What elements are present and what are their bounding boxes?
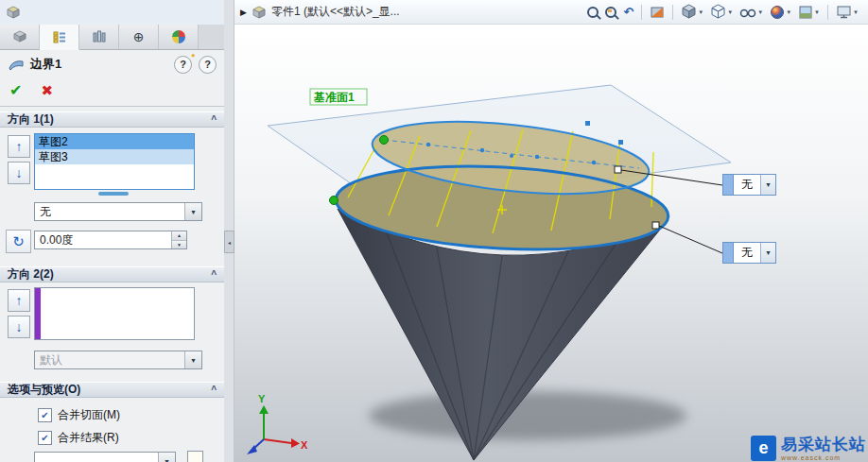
down-arrow-icon: ↓: [16, 319, 23, 334]
merge-tangent-faces-checkbox[interactable]: ✔ 合并切面(M): [38, 407, 120, 423]
merge-result-label: 合并结果(R): [58, 430, 119, 446]
feature-manager-icon: [12, 29, 27, 44]
move-up-button-dir2[interactable]: ↑: [8, 289, 30, 312]
splitter-arrow-icon: ◂: [228, 239, 231, 246]
rotate-icon: ↻: [12, 233, 25, 250]
graphics-viewport: ▶ 零件1 (默认<<默认>_显... ↶: [234, 0, 868, 462]
hide-show-items-icon[interactable]: ▼: [738, 3, 765, 22]
help-group: ? * ?: [174, 56, 217, 74]
list-item-sketch3[interactable]: 草图3: [35, 149, 194, 164]
part-document-icon: [6, 5, 21, 20]
section-direction2[interactable]: 方向 2(2) ^: [0, 266, 224, 282]
chevron-down-icon[interactable]: ▼: [184, 203, 201, 220]
configuration-manager-icon: [92, 29, 107, 44]
zoom-to-area-icon[interactable]: [603, 3, 618, 22]
callout-handle[interactable]: [723, 175, 734, 195]
pin-help-icon[interactable]: ? *: [174, 56, 192, 74]
move-down-button-dir1[interactable]: ↓: [8, 162, 30, 184]
collapse-icon: ^: [211, 385, 217, 395]
draft-angle-button[interactable]: ↻: [6, 230, 31, 253]
feature-tree-flyout-icon[interactable]: ▶: [240, 8, 247, 17]
watermark-subtitle: www.easck.com: [781, 454, 866, 461]
callout-2-value: 无: [734, 245, 760, 261]
tangency-type-value2: 默认: [35, 352, 184, 368]
spin-up-icon: ▲: [172, 231, 186, 241]
section-options[interactable]: 选项与预览(O) ^: [0, 382, 224, 398]
down-arrow-icon: ↓: [16, 165, 23, 180]
boundary-feature-icon: [8, 58, 25, 71]
toolbar-separator: [672, 5, 673, 20]
property-manager-icon: [52, 29, 67, 44]
collapse-icon: ^: [211, 269, 217, 280]
tangency-type-dropdown-dir1[interactable]: 无 ▼: [34, 202, 202, 221]
draft-angle-field[interactable]: 0.00度 ▲ ▼: [34, 231, 187, 249]
section-direction1[interactable]: 方向 1(1) ^: [0, 111, 224, 128]
manager-tabs: ⊕: [0, 25, 224, 50]
tangency-type-dropdown-dir2[interactable]: 默认 ▼: [34, 351, 202, 369]
axis-x-label: X: [301, 439, 308, 451]
angle-spinner[interactable]: ▲ ▼: [171, 231, 186, 248]
up-arrow-icon: ↑: [16, 139, 23, 154]
section-direction1-label: 方向 1(1): [8, 111, 54, 128]
move-down-button-dir2[interactable]: ↓: [8, 316, 30, 338]
divider: [0, 106, 224, 107]
direction1-selection-list[interactable]: 草图2 草图3: [34, 133, 195, 190]
plane-label: 基准面1: [313, 91, 355, 104]
tab-property-manager[interactable]: [40, 25, 79, 50]
preview-sheet-icon[interactable]: [187, 451, 203, 462]
section-view-icon[interactable]: [648, 3, 667, 22]
list-item-sketch2[interactable]: 草图2: [35, 134, 194, 149]
dimxpert-icon: ⊕: [133, 29, 145, 44]
chevron-down-icon[interactable]: ▼: [760, 243, 775, 263]
checkbox-checked-icon[interactable]: ✔: [38, 408, 52, 422]
tab-feature-manager[interactable]: [0, 25, 40, 49]
zoom-to-fit-icon[interactable]: [585, 3, 600, 22]
watermark: e 易采站长站 www.easck.com: [751, 436, 866, 461]
sketch-endpoint-upper[interactable]: [380, 136, 389, 145]
edit-appearance-icon[interactable]: ▼: [768, 3, 793, 22]
tab-configuration-manager[interactable]: [79, 25, 119, 49]
heads-up-toolbar: ▶ 零件1 (默认<<默认>_显... ↶: [234, 0, 868, 25]
section-direction2-label: 方向 2(2): [8, 266, 54, 282]
direction2-selection-list[interactable]: [34, 287, 195, 340]
watermark-title: 易采站长站: [781, 436, 866, 453]
solidworks-window: ⊕ 边界1 ? * ?: [0, 0, 868, 462]
tab-display-manager[interactable]: [159, 25, 199, 49]
list-resize-grip[interactable]: [98, 192, 129, 196]
view-tools: ↶ ▼ ▼: [585, 3, 862, 22]
ok-cancel-row: ✔ ✖: [9, 81, 53, 99]
view-settings-icon[interactable]: ▼: [834, 3, 860, 22]
checkbox-checked-icon[interactable]: ✔: [38, 431, 52, 445]
move-up-button-dir1[interactable]: ↑: [8, 135, 30, 158]
panel-title: 边界1: [30, 56, 61, 73]
previous-view-icon[interactable]: ↶: [621, 3, 635, 22]
merge-result-checkbox[interactable]: ✔ 合并结果(R): [38, 430, 119, 446]
chevron-down-icon[interactable]: ▼: [158, 453, 175, 462]
tab-dimxpert-manager[interactable]: ⊕: [119, 25, 159, 49]
sketch-endpoint-lower[interactable]: [330, 197, 339, 205]
bottom-partial-dropdown[interactable]: ▼: [34, 452, 176, 462]
callout-1-value: 无: [734, 177, 760, 193]
tangency-callout-2[interactable]: 无 ▼: [722, 242, 776, 264]
section-options-label: 选项与预览(O): [8, 382, 80, 398]
ok-button[interactable]: ✔: [9, 81, 22, 99]
collapse-icon: ^: [211, 114, 217, 125]
display-style-icon[interactable]: ▼: [708, 3, 735, 22]
orientation-triad: X Y: [247, 393, 308, 454]
panel-top-strip: [0, 0, 224, 25]
feature-header: 边界1 ? * ?: [0, 51, 224, 77]
tangency-callout-1[interactable]: 无 ▼: [722, 174, 776, 196]
view-orientation-icon[interactable]: ▼: [679, 3, 705, 22]
up-arrow-icon: ↑: [16, 293, 23, 308]
tangency-type-value: 无: [35, 204, 184, 220]
display-manager-icon: [171, 29, 186, 44]
panel-gutter: ◂: [224, 0, 234, 462]
cancel-button[interactable]: ✖: [41, 82, 53, 99]
help-icon[interactable]: ?: [199, 56, 217, 74]
spin-down-icon: ▼: [172, 241, 186, 249]
apply-scene-icon[interactable]: ▼: [796, 3, 822, 22]
panel-splitter-handle[interactable]: ◂: [224, 231, 234, 253]
whats-new-star: *: [191, 52, 195, 61]
chevron-down-icon[interactable]: ▼: [760, 175, 775, 195]
callout-handle[interactable]: [723, 243, 734, 263]
